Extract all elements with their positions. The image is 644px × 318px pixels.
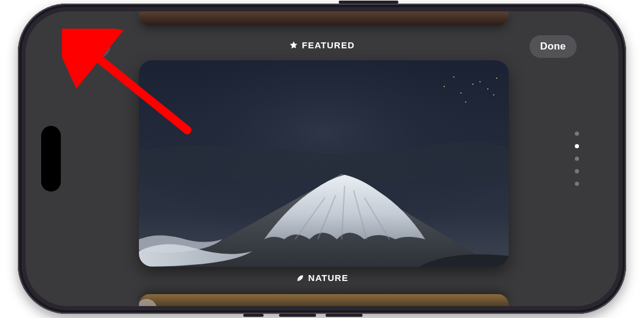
page-dot[interactable] — [575, 182, 579, 186]
dynamic-island — [41, 126, 61, 192]
volume-down-button — [326, 314, 363, 317]
done-label: Done — [540, 41, 566, 53]
leaf-icon — [296, 273, 305, 282]
volume-up-button — [279, 314, 316, 317]
svg-point-7 — [453, 76, 454, 78]
category-label-bottom: NATURE — [26, 273, 618, 283]
page-dot[interactable] — [575, 157, 579, 161]
next-wallpaper-card[interactable] — [139, 294, 509, 306]
page-dot[interactable] — [575, 144, 579, 149]
control-knob — [139, 299, 157, 306]
side-button — [339, 1, 398, 4]
page-dot[interactable] — [575, 169, 579, 174]
current-wallpaper-card[interactable] — [139, 60, 509, 267]
svg-point-4 — [487, 88, 488, 89]
svg-point-10 — [465, 101, 466, 103]
page-indicator[interactable] — [575, 132, 579, 186]
svg-point-5 — [460, 92, 462, 94]
star-icon — [289, 41, 298, 50]
screen: FEATURED + Done — [26, 11, 618, 306]
category-label-text: FEATURED — [302, 40, 355, 50]
add-button[interactable]: + — [67, 35, 110, 58]
page-dot[interactable] — [575, 132, 579, 136]
svg-point-9 — [493, 94, 494, 95]
category-label-text: NATURE — [308, 273, 348, 283]
plus-icon: + — [84, 38, 93, 56]
svg-point-6 — [496, 78, 497, 79]
svg-point-3 — [479, 81, 481, 82]
svg-point-8 — [444, 86, 445, 87]
silent-switch — [243, 314, 264, 317]
svg-point-2 — [472, 84, 473, 85]
phone-frame: FEATURED + Done — [18, 4, 626, 314]
done-button[interactable]: Done — [530, 35, 577, 58]
previous-wallpaper-card[interactable] — [139, 11, 509, 26]
